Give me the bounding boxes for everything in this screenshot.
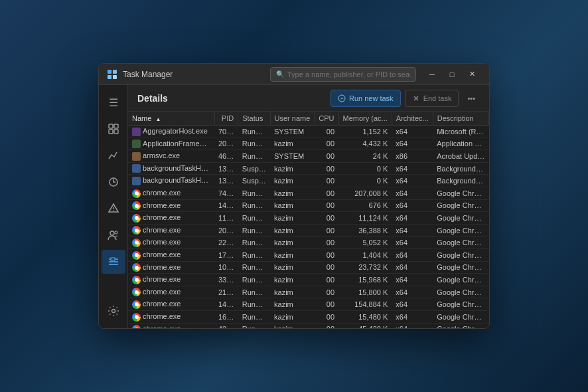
cell-user: kazim: [270, 286, 315, 298]
col-header-memory[interactable]: Memory (ac...: [338, 112, 392, 126]
close-button[interactable]: ✕: [463, 67, 481, 82]
cell-status: Running: [238, 138, 270, 150]
table-row[interactable]: chrome.exe4276Runningkazim0045,420 Kx64G…: [128, 323, 489, 328]
svg-rect-3: [113, 75, 117, 79]
cell-pid: 7056: [214, 126, 238, 138]
cell-memory: 23,732 K: [338, 261, 392, 274]
col-header-user[interactable]: User name: [270, 112, 315, 126]
sidebar-item-history[interactable]: [102, 170, 125, 194]
cell-user: kazim: [270, 199, 315, 212]
table-row[interactable]: AggregatorHost.exe7056RunningSYSTEM001,1…: [128, 126, 489, 138]
run-task-icon: +: [338, 94, 346, 102]
sidebar-item-performance[interactable]: [102, 144, 125, 167]
cell-user: kazim: [270, 224, 315, 237]
cell-desc: Google Chrome: [433, 323, 488, 328]
col-header-pid[interactable]: PID: [214, 112, 238, 126]
table-row[interactable]: chrome.exe21008Runningkazim0015,800 Kx64…: [128, 286, 489, 298]
sidebar-item-settings[interactable]: [102, 299, 125, 323]
cell-memory: 45,420 K: [338, 323, 392, 328]
sidebar-item-users[interactable]: [102, 223, 125, 247]
cell-desc: Google Chrome: [433, 274, 488, 286]
svg-point-18: [111, 310, 115, 313]
cell-memory: 676 K: [338, 199, 392, 212]
cell-cpu: 00: [315, 274, 338, 286]
search-input[interactable]: [287, 70, 410, 78]
cell-pid: 20076: [214, 138, 238, 150]
cell-memory: 11,124 K: [338, 212, 392, 225]
cell-arch: x64: [392, 175, 433, 187]
cell-memory: 24 K: [338, 150, 392, 163]
table-row[interactable]: chrome.exe22752Runningkazim005,052 Kx64G…: [128, 237, 489, 249]
table-row[interactable]: backgroundTaskHost...13612Suspendedkazim…: [128, 162, 489, 175]
window-title: Task Manager: [123, 70, 263, 79]
table-container[interactable]: Name ▲ PID Status User name CPU Memory (…: [128, 112, 489, 328]
cell-pid: 3300: [214, 274, 238, 286]
col-header-arch[interactable]: Architec...: [392, 112, 433, 126]
col-header-desc[interactable]: Description: [433, 112, 488, 126]
svg-rect-4: [109, 124, 113, 128]
table-row[interactable]: chrome.exe11012Runningkazim0011,124 Kx64…: [128, 212, 489, 225]
table-row[interactable]: chrome.exe7480Runningkazim00207,008 Kx64…: [128, 187, 489, 199]
cell-arch: x86: [392, 150, 433, 163]
task-manager-window: Task Manager 🔍 ─ □ ✕ ☰: [98, 63, 490, 329]
cell-name: chrome.exe: [128, 261, 214, 274]
cell-desc: Background Task Host: [433, 162, 488, 175]
cell-status: Suspended: [238, 175, 270, 187]
cell-pid: 4676: [214, 150, 238, 163]
table-row[interactable]: ApplicationFrameHo...20076Runningkazim00…: [128, 138, 489, 150]
more-options-button[interactable]: •••: [463, 90, 480, 107]
title-bar: Task Manager 🔍 ─ □ ✕: [99, 64, 489, 85]
cell-name: chrome.exe: [128, 323, 214, 328]
table-row[interactable]: chrome.exe20848Runningkazim0036,388 Kx64…: [128, 224, 489, 237]
table-row[interactable]: backgroundTaskHost...13668Suspendedkazim…: [128, 175, 489, 187]
sidebar-item-menu[interactable]: ☰: [102, 90, 125, 114]
cell-desc: Google Chrome: [433, 187, 488, 199]
window-controls: ─ □ ✕: [423, 67, 481, 82]
cell-memory: 0 K: [338, 175, 392, 187]
cell-user: SYSTEM: [270, 126, 315, 138]
table-row[interactable]: chrome.exe14256Runningkazim00154,884 Kx6…: [128, 298, 489, 311]
cell-memory: 0 K: [338, 162, 392, 175]
cell-user: kazim: [270, 138, 315, 150]
cell-arch: x64: [392, 162, 433, 175]
cell-memory: 15,968 K: [338, 274, 392, 286]
cell-desc: Google Chrome: [433, 310, 488, 323]
cell-arch: x64: [392, 310, 433, 323]
sidebar-item-startup[interactable]: [102, 197, 125, 221]
end-task-button[interactable]: End task: [405, 90, 459, 107]
table-row[interactable]: chrome.exe17368Runningkazim001,404 Kx64G…: [128, 248, 489, 261]
cell-user: kazim: [270, 248, 315, 261]
cell-desc: Google Chrome: [433, 224, 488, 237]
cell-desc: Google Chrome: [433, 286, 488, 298]
sidebar-item-details[interactable]: [102, 250, 125, 274]
col-header-status[interactable]: Status: [238, 112, 270, 126]
cell-name: backgroundTaskHost...: [128, 162, 214, 175]
table-row[interactable]: chrome.exe16424Runningkazim0015,480 Kx64…: [128, 310, 489, 323]
col-header-name[interactable]: Name ▲: [128, 112, 214, 126]
cell-name: armsvc.exe: [128, 150, 214, 163]
table-row[interactable]: chrome.exe1052Runningkazim0023,732 Kx64G…: [128, 261, 489, 274]
cell-arch: x64: [392, 187, 433, 199]
table-row[interactable]: chrome.exe14272Runningkazim00676 Kx64Goo…: [128, 199, 489, 212]
cell-cpu: 00: [315, 286, 338, 298]
col-header-cpu[interactable]: CPU: [315, 112, 338, 126]
search-box[interactable]: 🔍: [270, 67, 416, 82]
table-row[interactable]: chrome.exe3300Runningkazim0015,968 Kx64G…: [128, 274, 489, 286]
table-row[interactable]: armsvc.exe4676RunningSYSTEM0024 Kx86Acro…: [128, 150, 489, 163]
cell-memory: 36,388 K: [338, 224, 392, 237]
maximize-button[interactable]: □: [443, 67, 461, 82]
run-task-button[interactable]: + Run new task: [331, 90, 401, 107]
cell-name: ApplicationFrameHo...: [128, 138, 214, 150]
cell-arch: x64: [392, 237, 433, 249]
sidebar-item-processes[interactable]: [102, 117, 125, 141]
cell-cpu: 00: [315, 310, 338, 323]
cell-status: Running: [238, 298, 270, 311]
table-header-row: Name ▲ PID Status User name CPU Memory (…: [128, 112, 489, 126]
cell-user: SYSTEM: [270, 150, 315, 163]
cell-status: Running: [238, 286, 270, 298]
cell-memory: 15,800 K: [338, 286, 392, 298]
svg-rect-0: [108, 70, 111, 74]
cell-status: Running: [238, 212, 270, 225]
minimize-button[interactable]: ─: [423, 67, 441, 82]
cell-desc: Google Chrome: [433, 237, 488, 249]
